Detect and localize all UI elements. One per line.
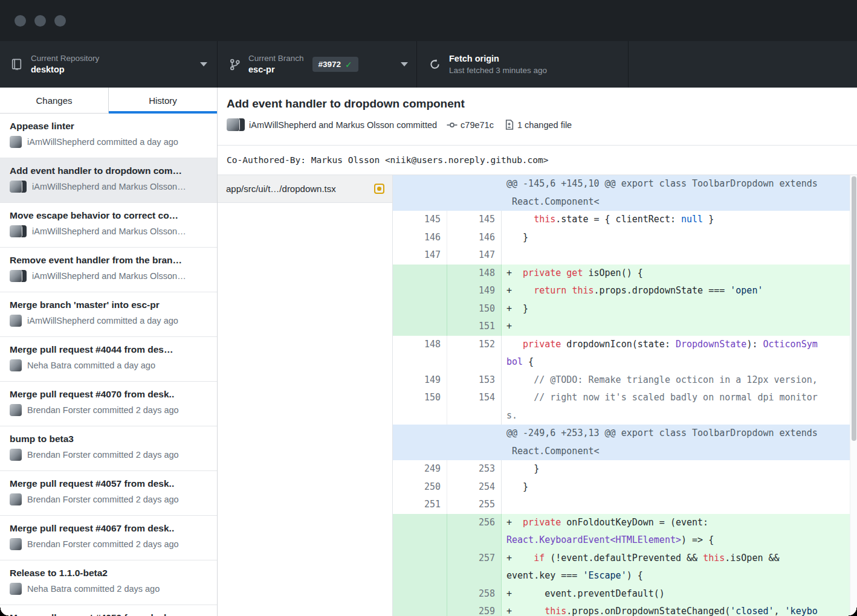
line-number-new: 149 <box>447 282 502 300</box>
commit-item-title: Move escape behavior to correct co… <box>10 210 207 222</box>
code-segment: this <box>572 285 593 296</box>
line-number-old: 149 <box>393 371 447 390</box>
commit-item-meta: iAmWillShepherd committed a day ago <box>10 136 207 148</box>
window-zoom-button[interactable] <box>54 15 66 27</box>
commit-list-item[interactable]: Move escape behavior to correct co…iAmWi… <box>0 203 217 248</box>
commit-item-meta-text: Neha Batra committed a day ago <box>27 361 155 370</box>
code-segment: + <box>506 285 534 296</box>
pr-check-icon: ✓ <box>345 60 352 69</box>
code-segment: @@ -249,6 +253,13 @@ export class Toolba… <box>506 428 818 457</box>
commit-description: Co-Authored-By: Markus Olsson <niik@user… <box>218 145 857 175</box>
avatar-image <box>10 136 22 148</box>
avatar <box>10 449 22 461</box>
tab-changes[interactable]: Changes <box>0 88 108 113</box>
commit-item-meta-text: Brendan Forster committed 2 days ago <box>27 405 179 415</box>
code-line: } <box>502 229 857 247</box>
git-branch-icon <box>230 59 240 71</box>
commit-list-item[interactable]: Add event handler to dropdown com…iAmWil… <box>0 158 217 203</box>
commit-list-item[interactable]: bump to beta3Brendan Forster committed 2… <box>0 426 217 471</box>
branch-picker[interactable]: Current Branch esc-pr #3972 ✓ <box>218 41 417 88</box>
window-minimize-button[interactable] <box>34 15 46 27</box>
diff-row: 251255 <box>393 496 857 514</box>
commit-list-item[interactable]: Merge pull request #4059 from desk.. <box>0 605 217 616</box>
commit-list-item[interactable]: Merge pull request #4044 from des…Neha B… <box>0 337 217 382</box>
commit-item-meta-text: Neha Batra committed 2 days ago <box>27 584 160 594</box>
commit-item-meta-text: iAmWillShepherd committed a day ago <box>27 137 178 147</box>
code-line: + <box>502 318 857 336</box>
code-line: // right now it's scaled badly on normal… <box>502 389 857 425</box>
app-body: Changes History Appease linteriAmWillShe… <box>0 88 857 616</box>
avatar-image <box>10 404 22 416</box>
fetch-info: Fetch origin Last fetched 3 minutes ago <box>449 53 547 76</box>
commit-list-item[interactable]: Merge pull request #4057 from desk..Bren… <box>0 471 217 516</box>
avatar-image <box>10 270 22 282</box>
avatar-image <box>10 493 22 505</box>
line-number-new: 258 <box>447 585 502 603</box>
window-close-button[interactable] <box>15 15 26 27</box>
commit-item-meta: Neha Batra committed 2 days ago <box>10 583 207 595</box>
line-number-old <box>393 550 447 585</box>
code-segment: { <box>523 356 534 367</box>
code-segment: 'Escape' <box>583 570 626 581</box>
diff-scrollbar <box>850 175 857 616</box>
line-number-old <box>393 282 447 300</box>
code-segment: } <box>506 463 539 474</box>
commit-meta: iAmWillShepherd and Markus Olsson commit… <box>227 118 847 131</box>
line-number-new: 147 <box>447 246 502 265</box>
code-segment: + <box>506 321 512 332</box>
commit-item-meta-text: Brendan Forster committed 2 days ago <box>27 539 179 549</box>
code-segment: + <box>506 606 545 616</box>
avatar-image <box>10 583 22 595</box>
line-number-old: 146 <box>393 229 447 247</box>
avatar-image <box>10 181 22 193</box>
code-segment: (!event.defaultPrevented && <box>545 553 703 563</box>
line-number-new: 255 <box>447 496 502 514</box>
line-number-old <box>393 175 447 211</box>
diff-scrollbar-thumb[interactable] <box>852 176 856 441</box>
repository-picker[interactable]: Current Repository desktop <box>0 41 218 88</box>
line-number-old <box>393 425 447 460</box>
commit-list-item[interactable]: Merge branch 'master' into esc-priAmWill… <box>0 292 217 337</box>
diff-rows: @@ -145,6 +145,10 @@ export class Toolba… <box>393 175 857 616</box>
diff-row: 249253 } <box>393 460 857 478</box>
chevron-down-icon <box>401 62 408 66</box>
fetch-origin-button[interactable]: Fetch origin Last fetched 3 minutes ago <box>417 41 629 88</box>
commit-list-item[interactable]: Remove event handler from the bran…iAmWi… <box>0 248 217 292</box>
commit-list-item[interactable]: Appease linteriAmWillShepherd committed … <box>0 114 217 158</box>
code-segment <box>506 214 534 225</box>
commit-item-title: Merge pull request #4070 from desk.. <box>10 388 207 400</box>
commit-item-meta: iAmWillShepherd and Markus Olsson… <box>10 181 207 193</box>
code-line <box>502 496 857 514</box>
commit-item-title: Merge branch 'master' into esc-pr <box>10 299 207 311</box>
code-segment: if <box>534 553 545 563</box>
file-list-item[interactable]: app/src/ui/t…/dropdown.tsx <box>218 175 392 203</box>
diff-row: 151+ <box>393 318 857 336</box>
commit-list-item[interactable]: Merge pull request #4067 from desk..Bren… <box>0 516 217 560</box>
line-number-new: 254 <box>447 478 502 496</box>
tab-history[interactable]: History <box>108 88 217 113</box>
branch-name: esc-pr <box>248 64 304 75</box>
avatar <box>10 538 22 550</box>
diff-row: 150154 // right now it's scaled badly on… <box>393 389 857 425</box>
diff-row: 250254 } <box>393 478 857 496</box>
diff-row: 148+ private get isOpen() { <box>393 265 857 283</box>
line-number-old <box>393 265 447 283</box>
code-segment: .state = { clientRect: <box>555 214 681 225</box>
line-number-new: 257 <box>447 550 502 585</box>
commit-sha[interactable]: c79e71c <box>461 120 494 130</box>
commit-list-item[interactable]: Merge pull request #4070 from desk..Bren… <box>0 382 217 426</box>
diff-row: 256+ private onFoldoutKeyDown = (event: … <box>393 514 857 550</box>
line-number-old: 250 <box>393 478 447 496</box>
sidebar-tabs: Changes History <box>0 88 217 114</box>
line-number-new: 145 <box>447 211 502 229</box>
line-number-new: 146 <box>447 229 502 247</box>
avatar <box>10 583 22 595</box>
file-path: app/src/ui/t…/dropdown.tsx <box>226 184 369 194</box>
commit-item-meta: Neha Batra committed a day ago <box>10 359 207 371</box>
diff-row: 145145 this.state = { clientRect: null } <box>393 211 857 229</box>
code-segment: this <box>534 214 555 225</box>
commit-list-item[interactable]: Release to 1.1.0-beta2Neha Batra committ… <box>0 560 217 605</box>
avatar <box>10 136 22 148</box>
code-line: } <box>502 460 857 478</box>
code-segment: null <box>681 214 703 225</box>
